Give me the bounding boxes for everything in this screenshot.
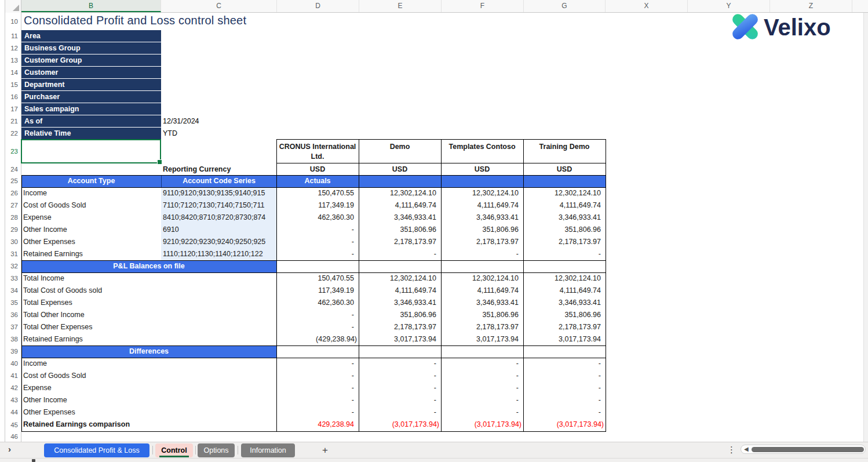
row-header[interactable]: 31 xyxy=(5,248,21,260)
row-header[interactable]: 16 xyxy=(5,91,21,103)
filter-cell-business-group[interactable]: Business Group xyxy=(21,42,161,54)
row-header[interactable]: 35 xyxy=(5,297,21,309)
value-cell[interactable]: 12,302,124.10 xyxy=(524,187,605,199)
selected-cell-B23[interactable] xyxy=(21,139,161,163)
column-header-E[interactable]: E xyxy=(359,0,442,12)
value-cell[interactable]: - xyxy=(442,370,523,382)
value-cell[interactable]: 351,806.96 xyxy=(524,309,605,321)
value-cell[interactable]: 462,360.30 xyxy=(277,297,358,309)
column-header-F[interactable]: F xyxy=(442,0,524,12)
row-header[interactable]: 12 xyxy=(5,42,21,54)
row-header[interactable]: 36 xyxy=(5,309,21,321)
difference-label-cell[interactable]: Expense xyxy=(23,382,159,394)
value-cell[interactable]: 4,111,649.74 xyxy=(359,285,440,297)
balance-label-cell[interactable]: Total Income xyxy=(23,272,159,285)
tab-consolidated-profit-loss[interactable]: Consolidated Profit & Loss xyxy=(44,443,149,457)
row-header[interactable]: 37 xyxy=(5,321,21,333)
row-header[interactable]: 13 xyxy=(5,54,21,67)
row-header[interactable]: 44 xyxy=(5,406,21,419)
value-cell[interactable]: 4,111,649.74 xyxy=(524,199,605,212)
row-header[interactable]: 24 xyxy=(5,163,21,175)
value-cell[interactable]: 462,360.30 xyxy=(277,212,358,224)
tab-information[interactable]: Information xyxy=(241,443,295,457)
row-header[interactable]: 41 xyxy=(5,370,21,382)
account-codes-cell[interactable]: 6910 xyxy=(163,224,276,236)
filter-cell-purchaser[interactable]: Purchaser xyxy=(21,91,161,103)
value-cell[interactable]: 351,806.96 xyxy=(442,309,523,321)
balance-label-cell[interactable]: Total Cost of Goods sold xyxy=(23,285,159,297)
value-cell[interactable]: 12,302,124.10 xyxy=(442,187,523,199)
value-cell[interactable]: - xyxy=(442,382,523,394)
reporting-currency-label[interactable]: Reporting Currency xyxy=(163,163,231,175)
value-cell[interactable]: - xyxy=(359,248,440,260)
balance-label-cell[interactable]: Total Expenses xyxy=(23,297,159,309)
row-header[interactable]: 10 xyxy=(5,13,21,30)
value-cell[interactable]: 351,806.96 xyxy=(359,309,440,321)
value-cell[interactable]: - xyxy=(524,358,605,370)
row-header[interactable]: 43 xyxy=(5,394,21,406)
section-header-balances[interactable]: P&L Balances on file xyxy=(21,260,276,272)
value-cell[interactable]: - xyxy=(442,358,523,370)
account-code-series-header[interactable]: Account Code Series xyxy=(162,175,276,187)
row-header[interactable]: 38 xyxy=(5,333,21,345)
filter-cell-area[interactable]: Area xyxy=(21,30,161,42)
value-cell[interactable]: 12,302,124.10 xyxy=(524,272,605,285)
value-cell[interactable]: - xyxy=(277,248,358,260)
scroll-left-arrow-icon[interactable]: ◀ xyxy=(744,446,749,453)
value-cell[interactable]: 2,178,173.97 xyxy=(524,321,605,333)
value-cell[interactable]: - xyxy=(277,309,358,321)
value-cell[interactable]: - xyxy=(524,406,605,419)
row-header[interactable]: 46 xyxy=(5,431,21,442)
value-cell[interactable]: 429,238.94 xyxy=(277,419,358,431)
row-header[interactable]: 11 xyxy=(5,30,21,42)
filter-cell-as-of[interactable]: As of xyxy=(21,115,161,128)
difference-label-cell[interactable]: Cost of Goods Sold xyxy=(23,370,159,382)
value-cell[interactable]: - xyxy=(277,358,358,370)
row-header[interactable]: 39 xyxy=(5,345,21,358)
value-cell[interactable]: 117,349.19 xyxy=(277,285,358,297)
column-header-D[interactable]: D xyxy=(277,0,359,12)
row-header[interactable]: 25 xyxy=(5,175,21,187)
row-header-selected[interactable]: 23 xyxy=(5,140,21,163)
relative-time-value[interactable]: YTD xyxy=(163,128,177,140)
value-cell[interactable]: - xyxy=(524,248,605,260)
row-header[interactable]: 42 xyxy=(5,382,21,394)
difference-label-cell[interactable]: Retained Earnings comparison xyxy=(23,419,159,431)
add-sheet-button[interactable]: + xyxy=(319,443,331,457)
difference-label-cell[interactable]: Other Expenses xyxy=(23,406,159,419)
filter-cell-relative-time[interactable]: Relative Time xyxy=(21,128,161,140)
row-header[interactable]: 14 xyxy=(5,67,21,79)
balance-label-cell[interactable]: Total Other Income xyxy=(23,309,159,321)
value-cell[interactable]: - xyxy=(277,382,358,394)
as-of-value[interactable]: 12/31/2024 xyxy=(163,115,199,128)
value-cell[interactable]: 12,302,124.10 xyxy=(359,272,440,285)
value-cell[interactable]: 3,346,933.41 xyxy=(359,297,440,309)
value-cell[interactable]: - xyxy=(277,370,358,382)
company-header-cronus[interactable]: CRONUS International Ltd. xyxy=(277,140,358,163)
tab-options[interactable]: Options xyxy=(198,443,235,457)
value-cell[interactable]: 150,470.55 xyxy=(277,187,358,199)
value-cell[interactable]: 4,111,649.74 xyxy=(524,285,605,297)
value-cell[interactable]: (429,238.94) xyxy=(277,333,358,345)
value-cell[interactable]: - xyxy=(359,406,440,419)
company-header-templates-contoso[interactable]: Templates Contoso xyxy=(442,140,523,163)
value-cell[interactable]: 3,346,933.41 xyxy=(442,212,523,224)
account-codes-cell[interactable]: 9210;9220;9230;9240;9250;925 xyxy=(163,236,276,248)
account-type-cell[interactable]: Expense xyxy=(23,212,159,224)
sheet-title[interactable]: Consolidated Profit and Loss control she… xyxy=(24,14,246,27)
value-cell[interactable]: 12,302,124.10 xyxy=(442,272,523,285)
horizontal-scrollbar-track[interactable]: ◀ xyxy=(741,445,866,454)
fill-handle[interactable] xyxy=(157,159,162,165)
value-cell[interactable]: - xyxy=(359,370,440,382)
value-cell[interactable]: (3,017,173.94) xyxy=(359,419,440,431)
currency-cell[interactable]: USD xyxy=(277,163,358,175)
column-header-B[interactable]: B xyxy=(21,0,161,12)
value-cell[interactable]: - xyxy=(277,236,358,248)
value-cell[interactable]: 3,346,933.41 xyxy=(442,297,523,309)
row-header[interactable]: 30 xyxy=(5,236,21,248)
actuals-header[interactable]: Actuals xyxy=(277,175,358,187)
currency-cell[interactable]: USD xyxy=(524,163,605,175)
value-cell[interactable]: 3,017,173.94 xyxy=(442,333,523,345)
account-codes-cell[interactable]: 7110;7120;7130;7140;7150;711 xyxy=(163,199,276,212)
row-header[interactable]: 29 xyxy=(5,224,21,236)
